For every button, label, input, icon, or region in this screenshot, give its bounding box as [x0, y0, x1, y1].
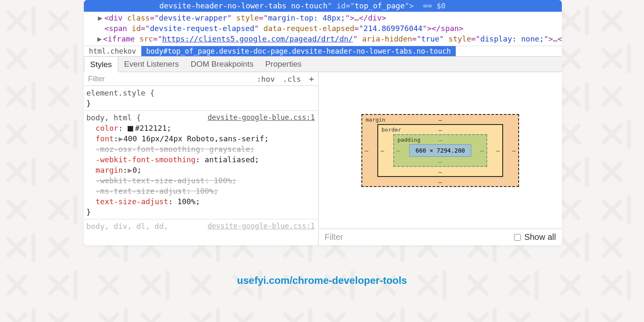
tab-event-listeners[interactable]: Event Listeners: [118, 57, 185, 72]
expand-icon[interactable]: ▶: [127, 165, 132, 175]
tab-styles[interactable]: Styles: [84, 57, 118, 72]
breadcrumb-item-active[interactable]: body#top_of_page.devsite-doc-page.devsit…: [141, 46, 456, 56]
cls-toggle[interactable]: .cls: [283, 75, 301, 83]
rule-body-html[interactable]: body, html { devsite-google-blue.css:1 c…: [86, 112, 315, 217]
show-all-checkbox[interactable]: [514, 234, 521, 241]
breadcrumb-item[interactable]: html.chekov: [84, 46, 141, 56]
new-style-rule-button[interactable]: +: [309, 74, 314, 84]
expand-icon[interactable]: ▶: [97, 34, 102, 44]
id-attr-name: id: [337, 1, 346, 10]
rule-element-style[interactable]: element.style { }: [86, 88, 315, 109]
dom-row[interactable]: ▶ <iframe src="https://clients5.google.c…: [97, 34, 558, 44]
tab-properties[interactable]: Properties: [260, 57, 308, 72]
margin-label: margin: [366, 117, 385, 123]
dom-tree[interactable]: ▶ <div class="devsite-wrapper" style="ma…: [84, 12, 562, 46]
rule-faded[interactable]: body, div, dl, dd, devsite-google-blue.c…: [86, 221, 315, 231]
styles-tabs: Styles Event Listeners DOM Breakpoints P…: [84, 56, 562, 72]
border-label: border: [382, 127, 401, 133]
box-model-content: 660 × 7294.200: [409, 144, 471, 157]
styles-pane: :hov .cls + element.style { } body, html…: [84, 72, 319, 245]
attribution-link[interactable]: usefyi.com/chrome-developer-tools: [0, 275, 644, 286]
expand-icon[interactable]: ▶: [118, 133, 123, 144]
selected-class-fragment: devsite-header-no-lower-tabs no-touch: [159, 1, 327, 10]
devtools-window: devsite-header-no-lower-tabs no-touch" i…: [84, 0, 562, 245]
rule-source-link[interactable]: devsite-google-blue.css:1: [208, 112, 315, 123]
padding-label: padding: [397, 137, 421, 143]
selected-element-line[interactable]: devsite-header-no-lower-tabs no-touch" i…: [84, 0, 562, 12]
styles-filter-row: :hov .cls +: [84, 72, 318, 86]
expand-icon[interactable]: ▶: [97, 13, 103, 23]
dom-row[interactable]: <span id="devsite-request-elapsed" data-…: [97, 23, 558, 34]
box-model[interactable]: margin – – – – border – – – – padding: [319, 72, 562, 229]
computed-filter-row: Show all: [319, 229, 562, 245]
styles-rules[interactable]: element.style { } body, html { devsite-g…: [84, 86, 318, 245]
dom-row[interactable]: ▶ <div class="devsite-wrapper" style="ma…: [97, 13, 558, 23]
tab-dom-breakpoints[interactable]: DOM Breakpoints: [185, 57, 260, 72]
hov-toggle[interactable]: :hov: [257, 75, 275, 83]
computed-pane: margin – – – – border – – – – padding: [319, 72, 562, 245]
breadcrumb: html.chekov body#top_of_page.devsite-doc…: [84, 46, 562, 56]
console-ref: == $0: [423, 1, 446, 10]
id-attr-value: top_of_page: [355, 1, 405, 10]
show-all-toggle[interactable]: Show all: [514, 232, 556, 242]
styles-filter-input[interactable]: [88, 75, 251, 83]
color-swatch[interactable]: [127, 126, 133, 132]
computed-filter-input[interactable]: [325, 232, 514, 242]
